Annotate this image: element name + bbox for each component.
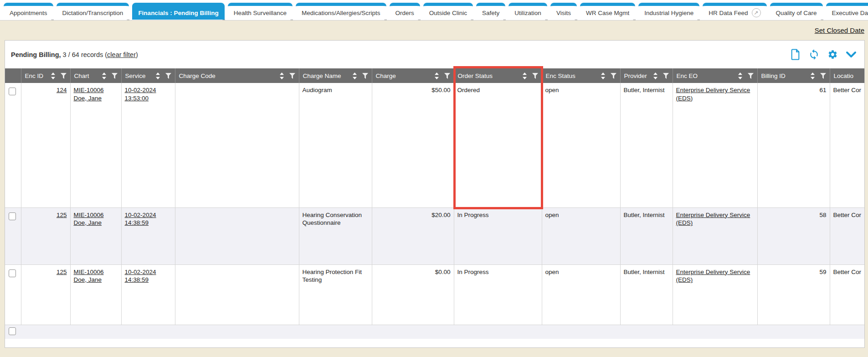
new-document-button[interactable]	[789, 49, 801, 61]
sort-icon[interactable]	[352, 72, 357, 79]
chart-link[interactable]: MIE-10006 Doe, Jane	[74, 87, 104, 102]
enc-status-cell: open	[542, 83, 620, 207]
chevron-down-icon	[846, 51, 857, 59]
charge-code-cell	[175, 83, 299, 207]
enc-eo-link[interactable]: Enterprise Delivery Service (EDS)	[676, 87, 750, 102]
filter-icon[interactable]	[748, 73, 754, 79]
tab-industrial-hygiene[interactable]: Industrial Hygiene	[638, 3, 699, 20]
tab-medications-allergies-scripts[interactable]: Medications/Allergies/Scripts	[296, 3, 386, 20]
new-document-icon	[791, 49, 800, 60]
column-header-enc-status[interactable]: Enc Status	[542, 68, 620, 83]
set-closed-date-link[interactable]: Set Closed Date	[815, 26, 864, 34]
service-link[interactable]: 10-02-2024 14:38:59	[125, 212, 156, 227]
sort-icon[interactable]	[279, 72, 284, 79]
column-header-charge[interactable]: Charge	[372, 68, 454, 83]
filter-icon[interactable]	[289, 73, 295, 79]
tab-bar: Appointments Dictation/Transcription Fin…	[0, 0, 868, 21]
row-checkbox[interactable]	[9, 88, 16, 95]
location-cell: Better Cor	[830, 83, 864, 207]
tab-menu-fold-icon	[575, 20, 577, 21]
row-checkbox[interactable]	[9, 269, 16, 277]
sort-icon[interactable]	[522, 72, 527, 79]
column-header-order-status[interactable]: Order Status	[454, 68, 542, 83]
column-header-charge-code[interactable]: Charge Code	[175, 68, 299, 83]
charge-name-cell: Audiogram	[299, 83, 372, 207]
chart-link[interactable]: MIE-10006 Doe, Jane	[74, 269, 104, 284]
charge-name-cell: Hearing Protection Fit Testing	[299, 264, 372, 325]
tab-orders[interactable]: Orders	[390, 3, 420, 20]
refresh-icon	[808, 49, 820, 60]
filter-icon[interactable]	[532, 73, 538, 79]
settings-button[interactable]	[827, 49, 838, 61]
sort-icon[interactable]	[738, 72, 743, 79]
filter-icon[interactable]	[165, 73, 171, 79]
column-header-chart[interactable]: Chart	[70, 68, 121, 83]
clear-filter-link[interactable]: clear filter	[107, 51, 136, 58]
sort-icon[interactable]	[102, 72, 107, 79]
tab-outside-clinic[interactable]: Outside Clinic	[423, 3, 473, 20]
enc-id-link[interactable]: 125	[56, 212, 67, 218]
column-header-service[interactable]: Service	[121, 68, 175, 83]
column-header-billing-id[interactable]: Billing ID	[757, 68, 830, 83]
tab-utilization[interactable]: Utilization	[508, 3, 547, 20]
sort-icon[interactable]	[155, 72, 160, 79]
tab-financials-pending-billing[interactable]: Financials : Pending Billing	[132, 3, 224, 20]
collapse-button[interactable]	[845, 49, 857, 61]
tab-appointments[interactable]: Appointments	[4, 3, 53, 20]
select-all-header[interactable]	[5, 68, 21, 83]
tab-visits[interactable]: Visits	[550, 3, 577, 20]
column-header-charge-name[interactable]: Charge Name	[299, 68, 372, 83]
tab-quality-of-care[interactable]: Quality of Care	[770, 3, 823, 20]
column-header-provider[interactable]: Provider	[620, 68, 673, 83]
sort-icon[interactable]	[653, 72, 658, 79]
sort-icon[interactable]	[810, 72, 815, 79]
sort-icon[interactable]	[51, 72, 56, 79]
filter-icon[interactable]	[362, 73, 368, 79]
order-status-cell: Ordered	[454, 83, 542, 207]
enc-status-cell: open	[542, 207, 620, 264]
column-header-enc-id[interactable]: Enc ID	[21, 68, 70, 83]
filter-icon[interactable]	[112, 73, 118, 79]
charge-cell: $20.00	[372, 207, 454, 264]
enc-status-cell: open	[542, 264, 620, 325]
enc-eo-link[interactable]: Enterprise Delivery Service (EDS)	[676, 212, 750, 227]
provider-cell: Butler, Internist	[620, 207, 673, 264]
footer-checkbox[interactable]	[9, 327, 16, 335]
column-header-location[interactable]: Locatio	[830, 68, 864, 83]
filter-icon[interactable]	[663, 73, 669, 79]
service-link[interactable]: 10-02-2024 14:38:59	[125, 269, 156, 284]
chart-link[interactable]: MIE-10006 Doe, Jane	[74, 212, 104, 227]
service-link[interactable]: 10-02-2024 13:53:00	[125, 87, 156, 102]
gear-icon	[827, 49, 838, 60]
charge-cell: $50.00	[372, 83, 454, 207]
filter-icon[interactable]	[820, 73, 826, 79]
tab-dictation-transcription[interactable]: Dictation/Transcription	[56, 3, 129, 20]
table-header-row: Enc ID Chart Service Charge Code Charge …	[5, 68, 864, 83]
external-link-icon: ↗	[752, 8, 761, 17]
billing-id-cell: 58	[757, 207, 830, 264]
tab-wr-case-mgmt[interactable]: WR Case Mgmt	[580, 3, 635, 20]
enc-eo-link[interactable]: Enterprise Delivery Service (EDS)	[676, 269, 750, 284]
enc-id-link[interactable]: 124	[56, 87, 67, 93]
tab-health-surveillance[interactable]: Health Surveillance	[228, 3, 293, 20]
tab-executive-dashboard[interactable]: Executive Dashb	[826, 3, 868, 20]
provider-cell: Butler, Internist	[620, 264, 673, 325]
tab-menu-fold-icon	[51, 20, 54, 21]
table-row: 125 MIE-10006 Doe, Jane 10-02-2024 14:38…	[5, 264, 864, 325]
tab-safety[interactable]: Safety	[476, 3, 505, 20]
order-status-cell: In Progress	[454, 264, 542, 325]
enc-id-link[interactable]: 125	[56, 269, 67, 275]
refresh-button[interactable]	[808, 49, 820, 61]
sort-icon[interactable]	[434, 72, 439, 79]
tab-menu-fold-icon	[471, 20, 473, 21]
filter-icon[interactable]	[611, 73, 616, 79]
row-checkbox[interactable]	[9, 212, 16, 220]
filter-icon[interactable]	[61, 73, 67, 79]
tab-hr-data-feed[interactable]: HR Data Feed↗	[703, 3, 766, 20]
filter-icon[interactable]	[444, 73, 450, 79]
table-row: 125 MIE-10006 Doe, Jane 10-02-2024 14:38…	[5, 207, 864, 264]
tab-menu-fold-icon	[821, 20, 823, 21]
sort-icon[interactable]	[601, 72, 606, 79]
column-header-enc-eo[interactable]: Enc EO	[673, 68, 757, 83]
order-status-cell: In Progress	[454, 207, 542, 264]
